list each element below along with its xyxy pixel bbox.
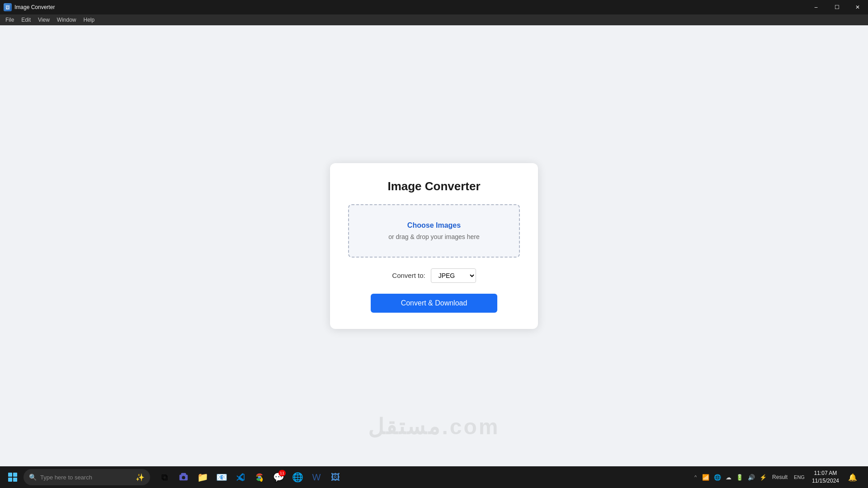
chrome-icon[interactable] — [250, 468, 269, 486]
whatsapp-icon[interactable]: 💬 11 — [269, 468, 288, 486]
outlook-icon[interactable]: 📧 — [212, 468, 231, 486]
title-bar-left: 🖼 Image Converter — [4, 3, 55, 11]
minimize-button[interactable]: – — [806, 0, 826, 14]
taskbar-search[interactable]: 🔍 Type here to search ✨ — [24, 469, 150, 485]
taskbar: 🔍 Type here to search ✨ ⧉ 📁 📧 💬 11 🌐 W 🖼… — [0, 466, 868, 488]
tray-battery-icon[interactable]: 🔋 — [734, 472, 745, 483]
tray-icons: 📶 🌐 ☁ 🔋 🔊 ⚡ Result — [700, 472, 790, 483]
search-placeholder: Type here to search — [40, 474, 92, 481]
tray-result-icon[interactable]: ⚡ — [758, 472, 769, 483]
menu-window[interactable]: Window — [53, 16, 80, 24]
vscode-icon[interactable] — [231, 468, 250, 486]
image-converter-taskbar-icon[interactable]: 🖼 — [326, 468, 344, 486]
title-bar: 🖼 Image Converter – ☐ ✕ — [0, 0, 868, 14]
convert-row: Convert to: JPEG PNG WEBP BMP GIF — [392, 268, 476, 283]
notification-button[interactable]: 🔔 — [844, 468, 861, 486]
taskview-icon[interactable]: ⧉ — [156, 468, 174, 486]
microsoft-teams-icon[interactable] — [175, 468, 193, 486]
convert-label: Convert to: — [392, 272, 425, 279]
tray-result-text[interactable]: Result — [769, 472, 790, 482]
clock-date: 11/15/2024 — [812, 477, 839, 485]
system-clock[interactable]: 11:07 AM 11/15/2024 — [808, 468, 843, 487]
choose-images-link[interactable]: Choose Images — [407, 221, 461, 230]
app-icon: 🖼 — [4, 3, 12, 11]
format-select[interactable]: JPEG PNG WEBP BMP GIF — [431, 268, 476, 283]
system-tray: ^ 📶 🌐 ☁ 🔋 🔊 ⚡ Result ENG 11:07 AM 11/15/… — [693, 468, 864, 487]
tray-volume-icon[interactable]: 🔊 — [746, 472, 757, 483]
tray-expand-chevron[interactable]: ^ — [693, 473, 698, 482]
clock-time: 11:07 AM — [812, 469, 839, 477]
tray-network-icon[interactable]: 🌐 — [712, 472, 723, 483]
watermark: مستقل.com — [368, 414, 500, 439]
search-icon: 🔍 — [29, 474, 37, 481]
tray-wifi-icon[interactable]: 📶 — [700, 472, 711, 483]
ai-sparkle-icon: ✨ — [136, 473, 145, 482]
close-button[interactable]: ✕ — [847, 0, 868, 14]
maximize-button[interactable]: ☐ — [826, 0, 847, 14]
menu-view[interactable]: View — [34, 16, 53, 24]
card-title: Image Converter — [387, 179, 480, 193]
win-logo-tl — [8, 473, 12, 477]
windows-logo — [8, 473, 17, 482]
menu-edit[interactable]: Edit — [18, 16, 34, 24]
file-explorer-icon[interactable]: 📁 — [193, 468, 212, 486]
edge-icon[interactable]: 🌐 — [288, 468, 307, 486]
tray-cloud-icon[interactable]: ☁ — [724, 472, 733, 483]
word-icon[interactable]: W — [307, 468, 326, 486]
menu-help[interactable]: Help — [80, 16, 99, 24]
start-button[interactable] — [4, 468, 22, 486]
converter-card: Image Converter Choose Images or drag & … — [330, 163, 538, 329]
title-bar-controls: – ☐ ✕ — [806, 0, 868, 14]
language-badge[interactable]: ENG — [792, 474, 807, 481]
taskbar-app-icons: ⧉ 📁 📧 💬 11 🌐 W 🖼 — [156, 468, 344, 486]
title-bar-title: Image Converter — [14, 4, 55, 10]
whatsapp-badge: 11 — [278, 470, 286, 476]
win-logo-br — [13, 478, 17, 482]
menu-bar: File Edit View Window Help — [0, 14, 868, 25]
drop-zone[interactable]: Choose Images or drag & drop your images… — [348, 204, 520, 258]
win-logo-tr — [13, 473, 17, 477]
win-logo-bl — [8, 478, 12, 482]
convert-download-button[interactable]: Convert & Download — [371, 294, 497, 313]
drag-drop-text: or drag & drop your images here — [388, 233, 480, 240]
menu-file[interactable]: File — [2, 16, 18, 24]
main-content: مستقل.com Image Converter Choose Images … — [0, 25, 868, 466]
